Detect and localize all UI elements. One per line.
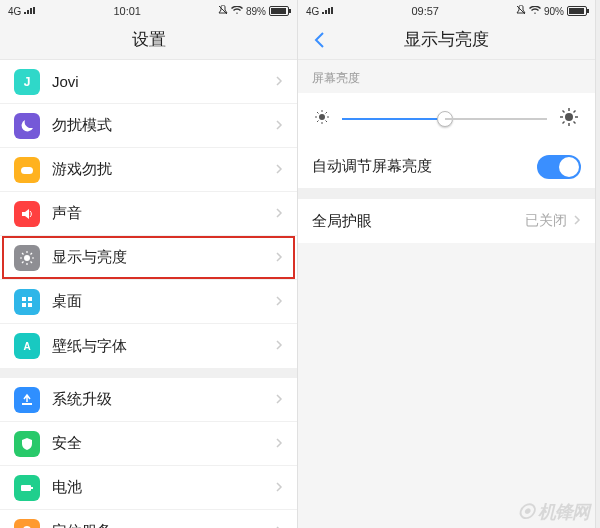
settings-row-label: 勿扰模式 (52, 116, 275, 135)
eye-care-row[interactable]: 全局护眼 已关闭 (298, 199, 595, 243)
svg-rect-18 (21, 485, 31, 491)
svg-line-11 (31, 253, 33, 255)
status-bar: 4G 10:01 89% (0, 0, 297, 20)
svg-rect-14 (22, 303, 26, 307)
battery-icon (14, 475, 40, 501)
settings-row-label: 显示与亮度 (52, 248, 275, 267)
wallpaper-icon: A (14, 333, 40, 359)
svg-rect-17 (22, 403, 32, 405)
clock: 10:01 (113, 5, 141, 17)
svg-line-41 (574, 111, 576, 113)
settings-row-label: 声音 (52, 204, 275, 223)
header: 显示与亮度 (298, 20, 595, 60)
settings-row-update[interactable]: 系统升级 (0, 378, 297, 422)
chevron-right-icon (275, 249, 283, 267)
svg-rect-13 (28, 297, 32, 301)
security-icon (14, 431, 40, 457)
eye-care-value: 已关闭 (525, 212, 567, 230)
settings-list[interactable]: JJovi勿扰模式游戏勿扰声音显示与亮度桌面A壁纸与字体系统升级安全电池定位服务… (0, 60, 297, 528)
update-icon (14, 387, 40, 413)
chevron-right-icon (275, 337, 283, 355)
status-bar: 4G 09:57 90% (298, 0, 595, 20)
chevron-right-icon (275, 73, 283, 91)
settings-row-label: 定位服务 (52, 522, 275, 528)
svg-line-38 (563, 111, 565, 113)
svg-text:A: A (23, 341, 30, 352)
auto-brightness-switch[interactable] (537, 155, 581, 179)
signal-icon (322, 6, 334, 17)
settings-row-label: 安全 (52, 434, 275, 453)
display-settings-content: 屏幕亮度 自动调节屏幕亮度 全局护眼 已关闭 (298, 60, 595, 528)
network-label: 4G (8, 6, 21, 17)
chevron-right-icon (275, 205, 283, 223)
mute-icon (516, 5, 526, 17)
chevron-right-icon (275, 391, 283, 409)
svg-rect-19 (31, 487, 33, 489)
mute-icon (218, 5, 228, 17)
settings-row-display[interactable]: 显示与亮度 (0, 236, 297, 280)
svg-line-32 (326, 112, 328, 114)
svg-line-8 (22, 253, 24, 255)
brightness-slider-row (298, 93, 595, 145)
svg-line-29 (317, 112, 319, 114)
clock: 09:57 (411, 5, 439, 17)
sound-icon (14, 201, 40, 227)
settings-row-jovi[interactable]: JJovi (0, 60, 297, 104)
signal-icon (24, 6, 36, 17)
settings-row-game-dnd[interactable]: 游戏勿扰 (0, 148, 297, 192)
battery-percent: 89% (246, 6, 266, 17)
svg-rect-2 (21, 167, 33, 174)
settings-row-label: 桌面 (52, 292, 275, 311)
settings-row-battery[interactable]: 电池 (0, 466, 297, 510)
chevron-right-icon (275, 161, 283, 179)
settings-row-label: 系统升级 (52, 390, 275, 409)
svg-text:J: J (24, 75, 31, 89)
brightness-low-icon (314, 109, 330, 129)
settings-row-wallpaper[interactable]: A壁纸与字体 (0, 324, 297, 368)
settings-row-desktop[interactable]: 桌面 (0, 280, 297, 324)
brightness-high-icon (559, 107, 579, 131)
brightness-slider[interactable] (342, 118, 547, 120)
svg-point-24 (319, 114, 325, 120)
settings-screen: 4G 10:01 89% 设置 JJovi勿扰模式游戏勿扰声音显示与亮度桌面A壁… (0, 0, 298, 528)
auto-brightness-label: 自动调节屏幕亮度 (312, 157, 537, 176)
header: 设置 (0, 20, 297, 60)
svg-line-31 (317, 121, 319, 123)
eye-care-label: 全局护眼 (312, 212, 525, 231)
brightness-thumb[interactable] (437, 111, 453, 127)
dnd-icon (14, 113, 40, 139)
svg-line-9 (31, 261, 33, 263)
desktop-icon (14, 289, 40, 315)
wifi-icon (529, 6, 541, 17)
auto-brightness-row[interactable]: 自动调节屏幕亮度 (298, 145, 595, 189)
network-label: 4G (306, 6, 319, 17)
settings-row-sound[interactable]: 声音 (0, 192, 297, 236)
settings-row-dnd[interactable]: 勿扰模式 (0, 104, 297, 148)
svg-rect-15 (28, 303, 32, 307)
svg-rect-12 (22, 297, 26, 301)
page-title: 设置 (132, 28, 166, 51)
settings-row-label: 电池 (52, 478, 275, 497)
display-icon (14, 245, 40, 271)
svg-line-39 (574, 122, 576, 124)
jovi-icon: J (14, 69, 40, 95)
game-dnd-icon (14, 157, 40, 183)
settings-row-label: 游戏勿扰 (52, 160, 275, 179)
location-icon (14, 519, 40, 529)
display-brightness-screen: 4G 09:57 90% 显示与亮度 屏幕亮度 (298, 0, 596, 528)
chevron-right-icon (573, 212, 581, 230)
settings-row-security[interactable]: 安全 (0, 422, 297, 466)
svg-point-3 (24, 255, 30, 261)
battery-icon (269, 6, 289, 16)
chevron-right-icon (275, 117, 283, 135)
chevron-right-icon (275, 435, 283, 453)
settings-row-location[interactable]: 定位服务 (0, 510, 297, 528)
chevron-right-icon (275, 479, 283, 497)
settings-row-label: Jovi (52, 73, 275, 90)
svg-line-10 (22, 261, 24, 263)
back-button[interactable] (308, 29, 330, 51)
settings-row-label: 壁纸与字体 (52, 337, 275, 356)
svg-point-33 (565, 113, 573, 121)
battery-percent: 90% (544, 6, 564, 17)
chevron-right-icon (275, 293, 283, 311)
